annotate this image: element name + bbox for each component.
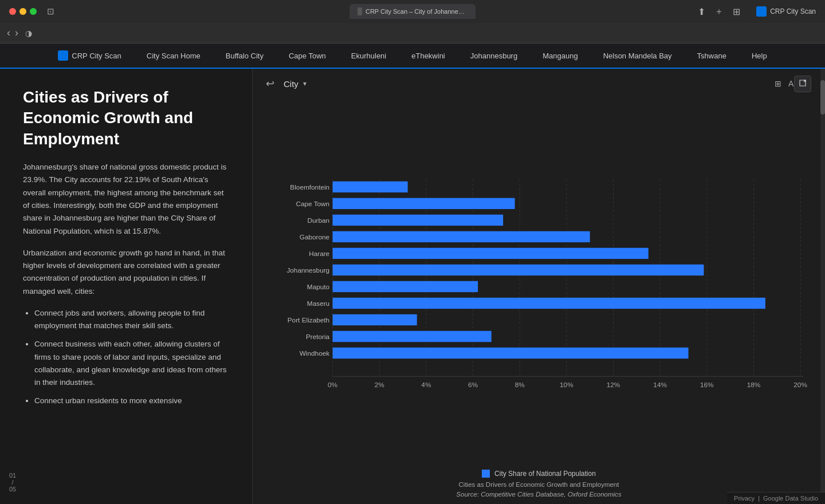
right-panel: ↩ City ▾ ⊞ AZ ⋮ [253,69,825,504]
menu-logo-icon [58,50,68,61]
browser-tab[interactable]: CRP City Scan – City of Johannesburg Met… [349,4,476,19]
section-heading: Cities as Drivers of Economic Growth and… [23,87,229,149]
page-current: 01 [9,472,16,479]
browser-back-icon[interactable]: ‹ [7,27,10,39]
menu-help[interactable]: Help [748,49,771,62]
bar-pretoria [333,331,492,342]
svg-text:Durban: Durban [307,216,329,225]
bar-johannesburg [333,265,704,275]
chart-container: .axis-label { font-size: 11px; fill: #aa… [262,96,816,499]
crp-logo-icon [756,6,767,17]
chart-legend: City Share of National Population [262,470,816,478]
bar-chart-svg: .axis-label { font-size: 11px; fill: #aa… [262,96,816,466]
chart-svg-wrapper: .axis-label { font-size: 11px; fill: #aa… [262,96,816,466]
menu-johannesburg[interactable]: Johannesburg [467,49,521,62]
menu-ekurhuleni[interactable]: Ekurhuleni [348,49,390,62]
scrollbar-thumb[interactable] [820,80,825,115]
sidebar-toggle-icon[interactable]: ⊡ [47,6,54,17]
svg-text:10%: 10% [560,381,573,389]
menu-buffalo-city[interactable]: Buffalo City [222,49,267,62]
page-total: 05 [9,486,16,493]
svg-text:14%: 14% [653,381,667,389]
new-tab-icon[interactable]: ＋ [714,6,724,18]
tab-favicon [358,7,362,15]
legend-color-swatch [482,470,490,478]
city-dropdown-label: City [284,79,298,89]
minimize-button[interactable] [19,8,26,15]
bar-windhoek [333,348,689,359]
bar-gaborone [333,231,590,242]
menu-crp-logo[interactable]: CRP City Scan [54,48,124,63]
svg-text:8%: 8% [515,381,525,389]
menu-mangaung[interactable]: Mangaung [539,49,581,62]
window-controls: ⊡ [9,6,54,17]
right-scrollbar[interactable] [820,69,825,504]
svg-text:16%: 16% [700,381,714,389]
bottom-bar: Privacy | Google Data Studio [727,492,825,504]
svg-text:18%: 18% [747,381,761,389]
bullet-item-2: Connect business with each other, allowi… [34,338,229,389]
menu-nelson-mandela-bay[interactable]: Nelson Mandela Bay [600,49,675,62]
title-bar-right-icons: ⬆ ＋ ⊞ CRP City Scan [698,6,816,18]
main-content: Cities as Drivers of Economic Growth and… [0,69,825,504]
title-bar: ⊡ CRP City Scan – City of Johannesburg M… [0,0,825,23]
chart-toolbar: ↩ City ▾ ⊞ AZ ⋮ [262,76,816,92]
svg-text:Pretoria: Pretoria [306,333,330,341]
tab-bar: CRP City Scan – City of Johannesburg Met… [349,4,476,19]
svg-text:Windhoek: Windhoek [300,349,330,357]
close-button[interactable] [9,8,16,15]
svg-text:0%: 0% [328,381,338,389]
browser-forward-icon[interactable]: › [15,27,18,39]
svg-text:Port Elizabeth: Port Elizabeth [288,316,329,324]
bar-cape-town [333,198,515,209]
chevron-down-icon: ▾ [303,80,307,88]
split-view-icon[interactable]: ⊞ [733,6,740,17]
tab-title: CRP City Scan – City of Johannesburg Met… [366,8,467,15]
bullet-item-1: Connect jobs and workers, allowing peopl… [34,307,229,333]
svg-text:Gaborone: Gaborone [300,233,330,241]
menu-city-scan-home[interactable]: City Scan Home [143,49,204,62]
city-dropdown[interactable]: City ▾ [284,79,307,89]
caption-line-1: Cities as Drivers of Economic Growth and… [262,480,816,490]
powered-by-label: Google Data Studio [763,495,818,502]
maximize-button[interactable] [30,8,37,15]
bullet-item-3: Connect urban residents to more extensiv… [34,395,229,407]
svg-text:Maseru: Maseru [307,300,329,308]
page-indicator: 01 / 05 [9,472,16,493]
svg-text:2%: 2% [375,381,385,389]
bar-bloemfontein [333,182,408,192]
export-button[interactable] [794,76,811,92]
left-panel: Cities as Drivers of Economic Growth and… [0,69,252,504]
bar-maputo [333,281,478,292]
menu-ethekwini[interactable]: eThekwini [408,49,449,62]
chart-back-button[interactable]: ↩ [262,76,278,92]
top-menu-bar: CRP City Scan City Scan Home Buffalo Cit… [0,44,825,69]
bar-port-elizabeth [333,314,417,325]
paragraph-2: Urbanization and economic growth go hand… [23,247,229,298]
svg-text:20%: 20% [793,381,807,389]
share-icon[interactable]: ⬆ [698,6,705,17]
menu-crp-label: CRP City Scan [72,52,121,60]
legend-label: City Share of National Population [494,470,596,478]
svg-text:12%: 12% [607,381,620,389]
menu-cape-town[interactable]: Cape Town [285,49,329,62]
svg-text:6%: 6% [468,381,478,389]
bar-harare [333,248,649,259]
svg-text:Bloemfontein: Bloemfontein [290,183,329,191]
bullet-list: Connect jobs and workers, allowing peopl… [23,307,229,408]
chart-options-icon[interactable]: ⊞ [775,79,781,88]
display-icon[interactable]: ◑ [25,29,32,38]
svg-text:Harare: Harare [309,250,329,258]
page-separator: / [12,479,14,486]
paragraph-1: Johannesburg's share of national gross d… [23,161,229,238]
privacy-link[interactable]: Privacy [734,495,755,502]
bar-maseru [333,298,765,309]
browser-nav-bar: ‹ › ◑ [0,23,825,44]
menu-tshwane[interactable]: Tshwane [694,49,730,62]
bottom-bar-separator: | [758,495,760,502]
crp-title-label: CRP City Scan [770,7,816,15]
svg-text:Cape Town: Cape Town [296,200,329,208]
svg-text:Johannesburg: Johannesburg [286,266,329,274]
bar-durban [333,215,504,226]
svg-text:4%: 4% [421,381,431,389]
